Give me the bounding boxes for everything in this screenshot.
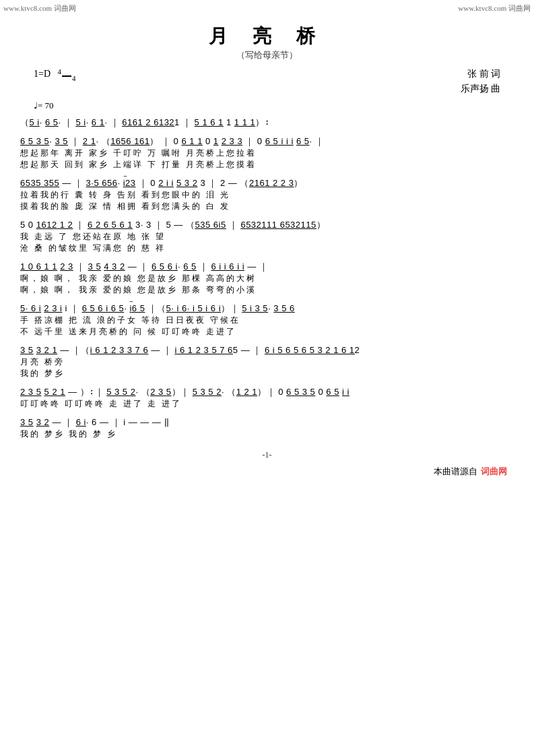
watermark-right: www.ktvc8.com 词曲网 [458,3,531,13]
lyric-3b: 摸着我的脸 庞 深 情 相拥 看到您满头的 白 发 [20,201,514,212]
score-9: 3 5 3 2 — ｜ 6 i· 6 — ｜ i — — — ‖ [20,416,514,429]
lyric-2b: 想起那天 回到 家乡 上端详 下 打量 月亮桥上您摸着 [20,159,514,170]
score-6: 5· 6 i 2 3 i i ｜ 6 5 6 i 6 5· i⌢6 5 ｜（5·… [20,303,514,315]
row-group-8: 2 3 5 5 2 1 — ）∶｜ 5 3 5 2· （2 3 5）｜ 5 3 … [20,386,514,410]
lyric-6a: 手 搭凉棚 把 流 浪的子女 等待 日日夜夜 守候在 [20,315,514,326]
lyric-8a: 叮叮咚咚 叮叮咚咚 走 进了 走 进了 [20,398,514,410]
row-group-2: 6 5 3 5· 3 5 ｜ 2 1· （1656 161） ｜ 0 6 1 1… [20,135,514,170]
score-4: 5 0 1612 1 2 ｜ 6 2 6 5 6 1 3· 3 ｜ 5 — （5… [20,219,514,231]
lyric-6b: 不 远千里 送来月亮桥的 问 候 叮叮咚咚 走进了 [20,326,514,338]
lyric-3a: 拉着我的行 囊 转 身 告别 看到您眼中的 泪 光 [20,189,514,201]
footer-row: 本曲谱源自 词曲网 [13,466,521,478]
key-info: 1=D 44 [34,67,76,83]
row-group-3: 6535 355 — ｜ 3·5 656· i⌢23 ｜ 0 2 i i 5 3… [20,177,514,212]
composer: 乐声扬 曲 [461,82,501,96]
lyric-7a: 月亮 桥旁 [20,356,514,368]
row-group-9: 3 5 3 2 — ｜ 6 i· 6 — ｜ i — — — ‖ 我的 梦乡 我… [20,416,514,440]
key-signature: 1=D [34,69,51,79]
main-title: 月 亮 桥 [13,24,521,49]
lyric-5a: 啊，娘 啊， 我亲 爱的娘 您是故乡 那棵 高高的大树 [20,273,514,284]
time-signature: 44 [58,69,76,80]
row-group-4: 5 0 1612 1 2 ｜ 6 2 6 5 6 1 3· 3 ｜ 5 — （5… [20,219,514,254]
title-section: 月 亮 桥 （写给母亲节） [13,24,521,61]
subtitle: （写给母亲节） [13,49,521,61]
music-content: （5 i· 6 5· ｜ 5 i· 6 1· ｜ 6161 2 61321 ｜ … [20,117,514,440]
row-group-1: （5 i· 6 5· ｜ 5 i· 6 1· ｜ 6161 2 61321 ｜ … [20,117,514,129]
author-info: 张 前 词 乐声扬 曲 [461,67,501,97]
lyric-7b: 我的 梦乡 [20,368,514,379]
lyric-9a: 我的 梦乡 我的 梦 乡 [20,429,514,440]
footer-brand: 词曲网 [481,466,507,478]
lyric-2a: 想起那年 离开 家乡 千叮咛 万 嘱咐 月亮桥上您拉着 [20,148,514,159]
tempo-row: ♩= 70 [34,100,521,111]
row-group-5: 1 0 6 1 1 2 3 ｜ 3 5 4 3 2 — ｜ 6 5 6 i· 6… [20,261,514,296]
meta-row: 1=D 44 张 前 词 乐声扬 曲 [34,67,500,97]
score-7: 3 5 3 2 1 — ｜（i 6 1 2 3 3 7 6 — ｜ i 6 1 … [20,344,514,356]
lyric-4b: 沧 桑 的皱纹里 写满您 的 慈 祥 [20,243,514,254]
lyric-4a: 我 走远 了 您还站在原 地 张 望 [20,231,514,243]
lyric-5b: 啊，娘 啊， 我亲 爱的娘 您是故乡 那条 弯弯的小溪 [20,284,514,296]
score-3: 6535 355 — ｜ 3·5 656· i⌢23 ｜ 0 2 i i 5 3… [20,177,514,189]
watermark-left: www.ktvc8.com 词曲网 [3,3,76,13]
row-group-6: 5· 6 i 2 3 i i ｜ 6 5 6 i 6 5· i⌢6 5 ｜（5·… [20,303,514,338]
row-group-7: 3 5 3 2 1 — ｜（i 6 1 2 3 3 7 6 — ｜ i 6 1 … [20,344,514,379]
score-1: （5 i· 6 5· ｜ 5 i· 6 1· ｜ 6161 2 61321 ｜ … [20,117,514,129]
score-2: 6 5 3 5· 3 5 ｜ 2 1· （1656 161） ｜ 0 6 1 1… [20,135,514,148]
score-5: 1 0 6 1 1 2 3 ｜ 3 5 4 3 2 — ｜ 6 5 6 i· 6… [20,261,514,273]
score-8: 2 3 5 5 2 1 — ）∶｜ 5 3 5 2· （2 3 5）｜ 5 3 … [20,386,514,398]
lyricist: 张 前 词 [461,67,501,82]
footer-label: 本曲谱源自 [434,466,477,478]
page-number: -1- [13,450,521,460]
